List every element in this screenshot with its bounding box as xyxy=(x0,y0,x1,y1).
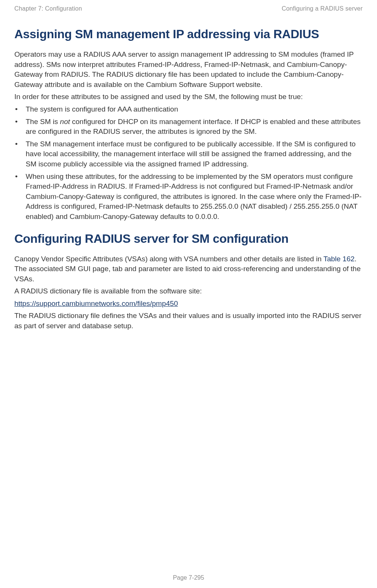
list-item: When using these attributes, for the add… xyxy=(14,172,363,222)
paragraph-text: Canopy Vendor Specific Attributes (VSAs)… xyxy=(14,255,323,263)
heading-configuring-radius: Configuring RADIUS server for SM configu… xyxy=(14,232,363,246)
list-item: The system is configured for AAA authent… xyxy=(14,104,363,115)
cross-reference[interactable]: Table 162 xyxy=(323,255,354,263)
paragraph: A RADIUS dictionary file is available fr… xyxy=(14,286,363,296)
support-link[interactable]: https://support.cambiumnetworks.com/file… xyxy=(14,299,178,307)
paragraph: In order for these attributes to be assi… xyxy=(14,92,363,102)
page-footer: Page 7-295 xyxy=(0,574,377,581)
header-chapter: Chapter 7: Configuration xyxy=(14,5,82,12)
italic-text: not xyxy=(60,118,70,126)
page-header: Chapter 7: Configuration Configuring a R… xyxy=(14,5,363,12)
paragraph: Operators may use a RADIUS AAA server to… xyxy=(14,50,363,90)
bullet-list: The system is configured for AAA authent… xyxy=(14,104,363,222)
paragraph: Canopy Vendor Specific Attributes (VSAs)… xyxy=(14,254,363,284)
paragraph: The RADIUS dictionary file defines the V… xyxy=(14,311,363,331)
list-text: configured for DHCP on its management in… xyxy=(26,118,360,136)
list-item: The SM management interface must be conf… xyxy=(14,139,363,169)
link-line: https://support.cambiumnetworks.com/file… xyxy=(14,299,363,309)
header-section: Configuring a RADIUS server xyxy=(282,5,363,12)
list-item: The SM is not configured for DHCP on its… xyxy=(14,117,363,137)
heading-assigning-sm: Assigning SM management IP addressing vi… xyxy=(14,27,363,41)
list-text: The SM is xyxy=(26,118,60,126)
